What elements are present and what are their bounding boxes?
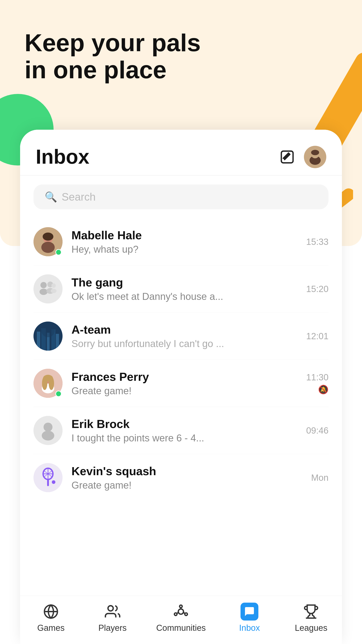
contact-name: Erik Brock <box>71 417 297 431</box>
message-meta: 15:33 <box>306 237 329 247</box>
nav-label-inbox: Inbox <box>239 623 260 633</box>
nav-label-players: Players <box>98 623 127 633</box>
svg-point-32 <box>42 431 54 440</box>
svg-point-43 <box>108 606 113 611</box>
message-preview: Sorry but unfortunately I can't go ... <box>71 338 297 349</box>
message-item[interactable]: Frances Perry Greate game! 11:30 🔕 <box>33 360 329 407</box>
svg-point-8 <box>43 232 53 240</box>
message-meta: 15:20 <box>306 284 329 294</box>
message-time: Mon <box>311 473 329 483</box>
svg-point-31 <box>43 422 52 432</box>
nav-item-leagues[interactable]: Leagues <box>293 603 329 633</box>
svg-rect-18 <box>37 332 40 350</box>
message-meta: 09:46 <box>306 426 329 436</box>
message-content: A-team Sorry but unfortunately I can't g… <box>71 323 297 349</box>
contact-name: Kevin's squash <box>71 464 302 478</box>
message-content: Kevin's squash Greate game! <box>71 464 302 491</box>
message-preview: Greate game! <box>71 480 302 491</box>
message-time: 09:46 <box>306 426 329 436</box>
app-wrapper: Keep your pals in one place Inbox <box>0 0 362 644</box>
message-time: 15:33 <box>306 237 329 247</box>
message-item[interactable]: Mabelle Hale Hey, whats up? 15:33 <box>33 218 329 266</box>
inbox-title: Inbox <box>36 145 89 168</box>
players-icon <box>104 603 122 620</box>
nav-item-players[interactable]: Players <box>95 603 130 633</box>
svg-rect-22 <box>56 334 59 350</box>
message-preview: Greate game! <box>71 385 297 396</box>
message-item[interactable]: A-team Sorry but unfortunately I can't g… <box>33 312 329 360</box>
message-meta: Mon <box>311 473 329 483</box>
nav-label-communities: Communities <box>156 623 206 633</box>
avatar-wrap <box>33 369 62 398</box>
message-time: 15:20 <box>306 284 329 294</box>
message-meta: 11:30 🔕 <box>306 372 329 394</box>
bottom-navigation: Games Players <box>20 596 342 644</box>
avatar <box>33 274 62 304</box>
svg-point-7 <box>41 242 55 253</box>
user-avatar-header[interactable] <box>304 146 326 168</box>
compose-button[interactable] <box>277 147 297 167</box>
message-content: Mabelle Hale Hey, whats up? <box>71 228 297 255</box>
avatar <box>33 416 62 445</box>
svg-point-15 <box>51 289 56 293</box>
search-icon: 🔍 <box>45 191 57 203</box>
message-time: 11:30 <box>306 372 329 382</box>
nav-item-inbox[interactable]: Inbox <box>232 603 267 633</box>
search-input[interactable]: Search <box>62 191 96 203</box>
communities-icon <box>172 603 190 620</box>
svg-point-14 <box>51 283 56 288</box>
phone-card: Inbox <box>20 130 342 644</box>
nav-label-leagues: Leagues <box>295 623 327 633</box>
avatar <box>33 322 62 350</box>
search-container: 🔍 Search <box>20 176 342 218</box>
nav-item-communities[interactable]: Communities <box>156 603 206 633</box>
avatar-wrap <box>33 227 62 256</box>
message-item[interactable]: Erik Brock I tought the points were 6 - … <box>33 407 329 454</box>
messages-list: Mabelle Hale Hey, whats up? 15:33 <box>20 218 342 596</box>
message-content: Erik Brock I tought the points were 6 - … <box>71 417 297 444</box>
svg-point-4 <box>311 150 319 155</box>
message-preview: Hey, whats up? <box>71 244 297 255</box>
svg-rect-39 <box>47 480 49 486</box>
contact-name: Mabelle Hale <box>71 228 297 242</box>
message-time: 12:01 <box>306 331 329 341</box>
contact-name: Frances Perry <box>71 370 297 384</box>
svg-point-23 <box>41 324 55 337</box>
hero-title: Keep your pals in one place <box>24 29 201 83</box>
svg-point-44 <box>179 609 183 614</box>
message-content: The gang Ok let's meet at Danny's house … <box>71 276 297 302</box>
avatar-wrap <box>33 322 62 350</box>
avatar-wrap <box>33 274 62 304</box>
message-content: Frances Perry Greate game! <box>71 370 297 396</box>
online-indicator <box>55 391 62 397</box>
message-preview: Ok let's meet at Danny's house a... <box>71 291 297 302</box>
svg-point-10 <box>40 282 47 288</box>
svg-point-45 <box>180 605 182 608</box>
avatar <box>33 463 62 492</box>
message-meta: 12:01 <box>306 331 329 341</box>
svg-point-29 <box>43 375 53 382</box>
inbox-header: Inbox <box>20 130 342 175</box>
games-icon <box>42 603 60 620</box>
svg-point-40 <box>52 480 55 484</box>
avatar-wrap <box>33 416 62 445</box>
inbox-icon <box>240 603 258 620</box>
nav-item-games[interactable]: Games <box>33 603 69 633</box>
leagues-icon <box>302 603 320 620</box>
svg-point-11 <box>39 289 48 295</box>
muted-icon: 🔕 <box>318 384 329 394</box>
message-item[interactable]: Kevin's squash Greate game! Mon <box>33 454 329 501</box>
nav-label-games: Games <box>37 623 65 633</box>
message-item[interactable]: The gang Ok let's meet at Danny's house … <box>33 266 329 312</box>
online-indicator <box>55 249 62 255</box>
avatar-wrap <box>33 463 62 492</box>
search-bar[interactable]: 🔍 Search <box>33 184 329 209</box>
contact-name: A-team <box>71 323 297 336</box>
contact-name: The gang <box>71 276 297 289</box>
svg-line-50 <box>177 612 179 613</box>
message-preview: I tought the points were 6 - 4... <box>71 432 297 444</box>
svg-line-49 <box>183 612 185 613</box>
header-icons <box>277 146 326 168</box>
